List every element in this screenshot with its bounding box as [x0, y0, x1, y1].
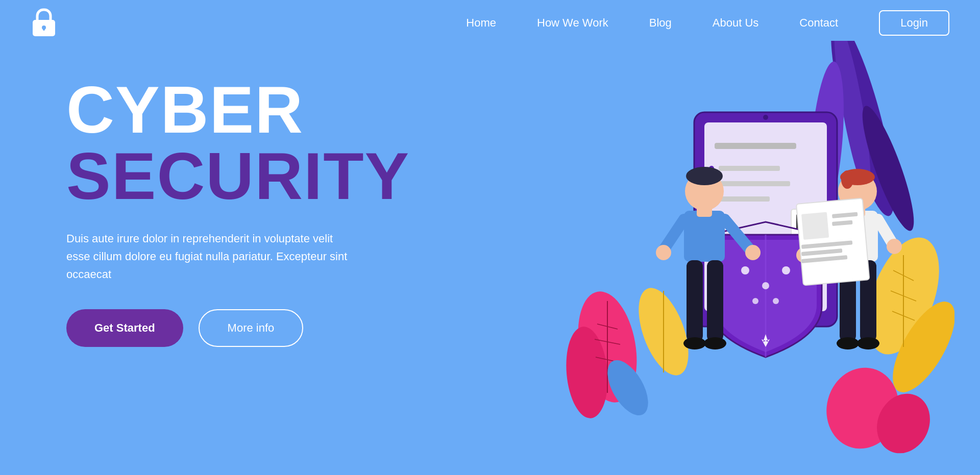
nav-item-home[interactable]: Home [466, 16, 496, 30]
svg-point-67 [683, 337, 706, 349]
nav-item-how-we-work[interactable]: How We Work [537, 16, 608, 30]
hero-title-security: SECURITY [66, 143, 410, 209]
svg-point-53 [782, 266, 790, 274]
svg-rect-28 [715, 143, 796, 149]
login-button[interactable]: Login [879, 10, 949, 36]
svg-line-61 [664, 219, 684, 250]
svg-point-55 [773, 298, 779, 304]
svg-point-59 [686, 167, 723, 185]
nav-item-contact[interactable]: Contact [799, 16, 838, 30]
logo[interactable] [31, 7, 57, 39]
svg-point-83 [857, 337, 879, 349]
hero-buttons: Get Started More info [66, 309, 410, 347]
svg-rect-32 [719, 181, 790, 186]
svg-rect-60 [684, 211, 725, 262]
svg-rect-85 [796, 198, 869, 286]
hero-description: Duis aute irure dolor in reprehenderit i… [66, 230, 352, 284]
svg-point-56 [762, 282, 769, 289]
svg-rect-69 [697, 207, 712, 217]
svg-point-68 [704, 337, 726, 349]
svg-rect-65 [687, 260, 703, 342]
svg-rect-2 [43, 28, 45, 31]
svg-point-52 [741, 266, 749, 274]
svg-rect-86 [801, 212, 829, 240]
nav-item-about-us[interactable]: About Us [713, 16, 759, 30]
svg-rect-66 [707, 260, 723, 342]
nav-links: Home How We Work Blog About Us Contact [466, 16, 838, 30]
svg-point-72 [841, 170, 853, 189]
nav-item-blog[interactable]: Blog [649, 16, 672, 30]
get-started-button[interactable]: Get Started [66, 309, 183, 347]
svg-rect-30 [719, 166, 780, 171]
svg-point-82 [837, 337, 859, 349]
hero-title-cyber: CYBER [66, 77, 410, 143]
lock-icon [31, 30, 57, 39]
svg-point-63 [656, 245, 671, 260]
more-info-button[interactable]: More info [199, 309, 304, 347]
svg-point-54 [752, 298, 758, 304]
svg-point-64 [745, 245, 761, 260]
navbar: Home How We Work Blog About Us Contact L… [0, 0, 980, 46]
hero-illustration [419, 0, 980, 475]
svg-point-79 [887, 239, 902, 254]
svg-point-26 [763, 115, 768, 120]
svg-rect-34 [719, 196, 770, 202]
hero-section: CYBER SECURITY Duis aute irure dolor in … [66, 77, 410, 347]
